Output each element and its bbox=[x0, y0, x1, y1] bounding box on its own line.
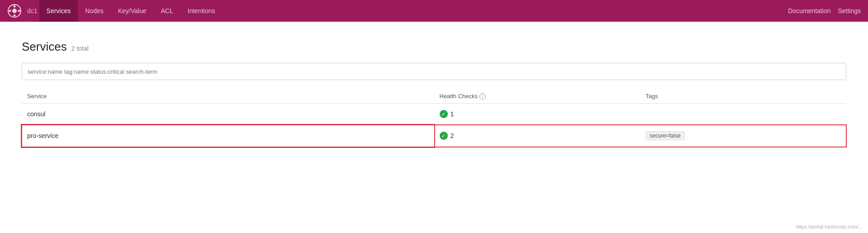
table-header: Service Health Checks i Tags bbox=[22, 89, 846, 104]
search-input[interactable] bbox=[22, 63, 846, 80]
datacenter-label[interactable]: dc1 bbox=[27, 7, 38, 14]
documentation-link[interactable]: Documentation bbox=[788, 7, 830, 14]
table-row[interactable]: consul ✓ 1 bbox=[22, 104, 846, 125]
page-title: Services bbox=[22, 40, 67, 54]
main-content: Services 2 total Service Health Checks i… bbox=[0, 22, 868, 156]
health-checks: ✓ 2 bbox=[434, 125, 640, 147]
nav-services[interactable]: Services bbox=[39, 0, 78, 22]
nav-intentions[interactable]: Intentions bbox=[180, 0, 223, 22]
svg-point-1 bbox=[12, 9, 17, 13]
svg-point-3 bbox=[14, 14, 16, 17]
health-checks: ✓ 1 bbox=[434, 104, 640, 125]
svg-point-2 bbox=[14, 5, 16, 8]
page-header: Services 2 total bbox=[22, 40, 846, 54]
search-container bbox=[22, 63, 846, 80]
tags-cell bbox=[640, 104, 846, 125]
services-table: Service Health Checks i Tags consul ✓ 1 … bbox=[22, 89, 846, 147]
total-count: 2 total bbox=[71, 45, 89, 52]
consul-logo bbox=[7, 4, 22, 18]
th-tags: Tags bbox=[640, 89, 846, 104]
nav-acl[interactable]: ACL bbox=[154, 0, 180, 22]
table-body: consul ✓ 1 pro-service ✓ 2 secure=false bbox=[22, 104, 846, 147]
nav-nodes[interactable]: Nodes bbox=[78, 0, 110, 22]
table-row[interactable]: pro-service ✓ 2 secure=false bbox=[22, 125, 846, 147]
nav-right: Documentation Settings bbox=[788, 7, 861, 14]
svg-point-5 bbox=[18, 10, 20, 12]
service-name: pro-service bbox=[22, 125, 434, 147]
health-count: 1 bbox=[451, 110, 454, 118]
health-count: 2 bbox=[451, 132, 454, 139]
tags-cell: secure=false bbox=[640, 125, 846, 147]
nav-keyvalue[interactable]: Key/Value bbox=[111, 0, 154, 22]
tag-badge: secure=false bbox=[645, 131, 684, 140]
top-nav: dc1 Services Nodes Key/Value ACL Intenti… bbox=[0, 0, 868, 22]
nav-links: Services Nodes Key/Value ACL Intentions bbox=[39, 0, 788, 22]
check-pass-icon: ✓ bbox=[440, 132, 448, 140]
th-health: Health Checks i bbox=[434, 89, 640, 104]
svg-point-4 bbox=[9, 10, 11, 12]
th-service: Service bbox=[22, 89, 434, 104]
check-pass-icon: ✓ bbox=[440, 110, 448, 118]
settings-link[interactable]: Settings bbox=[838, 7, 861, 14]
health-checks-info-icon[interactable]: i bbox=[479, 93, 486, 100]
service-name: consul bbox=[22, 104, 434, 125]
